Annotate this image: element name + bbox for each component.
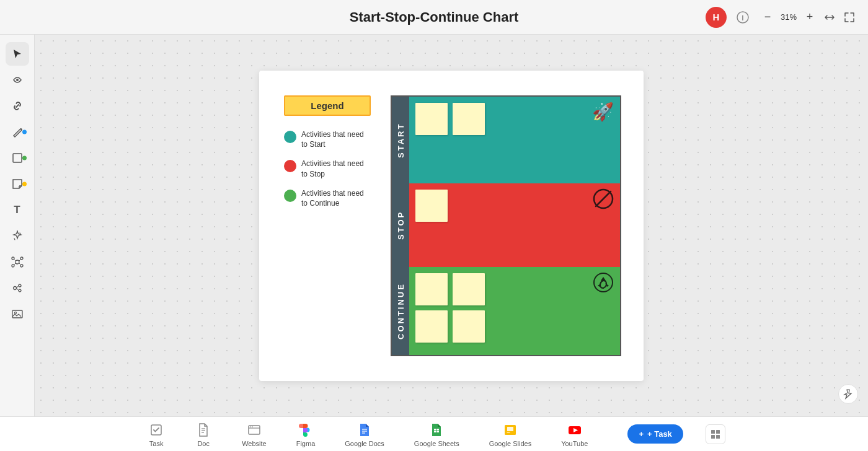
taskbar-item-youtube[interactable]: YouTube bbox=[556, 419, 593, 450]
grid-view-button[interactable] bbox=[706, 424, 725, 444]
image-tool[interactable] bbox=[6, 302, 29, 326]
shape-icon bbox=[11, 152, 24, 164]
svg-rect-36 bbox=[437, 429, 440, 431]
svg-rect-45 bbox=[716, 430, 720, 434]
sticky-note[interactable] bbox=[453, 103, 485, 135]
sticky-note[interactable] bbox=[415, 190, 448, 222]
magic-tool[interactable] bbox=[6, 224, 29, 248]
svg-rect-47 bbox=[716, 435, 720, 439]
rocket-icon: 🚀 bbox=[592, 102, 614, 122]
figma-icon bbox=[297, 421, 314, 439]
sticky-note[interactable] bbox=[453, 273, 485, 305]
svg-line-12 bbox=[19, 263, 20, 265]
svg-rect-37 bbox=[434, 431, 436, 432]
pin-cursor-button[interactable] bbox=[838, 384, 858, 404]
legend-title: Legend bbox=[284, 95, 371, 116]
doc-icon bbox=[195, 421, 212, 439]
taskbar-item-figma[interactable]: Figma bbox=[291, 419, 321, 450]
svg-point-14 bbox=[19, 284, 21, 287]
fullscreen-icon bbox=[844, 12, 855, 23]
page-title: Start-Stop-Continue Chart bbox=[350, 9, 519, 25]
legend-text-start: Activities that need to Start bbox=[301, 129, 371, 151]
svg-line-21 bbox=[596, 191, 611, 206]
sticky-note[interactable] bbox=[415, 273, 448, 305]
sticky-note[interactable] bbox=[415, 103, 448, 135]
task-svg-icon bbox=[149, 423, 164, 437]
svg-rect-46 bbox=[711, 435, 715, 439]
taskbar-item-google-docs[interactable]: Google Docs bbox=[340, 419, 389, 450]
stop-icon bbox=[593, 188, 614, 214]
figma-svg-icon bbox=[298, 423, 313, 437]
pen-dot bbox=[22, 130, 27, 134]
effects-tool[interactable] bbox=[6, 276, 29, 300]
ai-icon bbox=[11, 74, 24, 86]
link-tool[interactable] bbox=[6, 94, 29, 118]
sticky-tool[interactable] bbox=[6, 172, 29, 196]
continue-row: CONTINUE bbox=[392, 267, 620, 355]
svg-rect-40 bbox=[507, 427, 513, 431]
pen-tool[interactable] bbox=[6, 120, 29, 144]
zoom-in-button[interactable]: + bbox=[801, 9, 818, 26]
text-icon: T bbox=[14, 204, 20, 216]
recycle-icon bbox=[593, 272, 614, 297]
continue-label: CONTINUE bbox=[392, 267, 409, 355]
pin-cursor-icon bbox=[843, 388, 854, 400]
svg-point-8 bbox=[20, 265, 23, 267]
youtube-svg-icon bbox=[567, 423, 582, 437]
legend-dot-stop bbox=[284, 160, 296, 172]
taskbar-item-task[interactable]: Task bbox=[143, 419, 170, 450]
doc-svg-icon bbox=[196, 423, 211, 437]
svg-line-17 bbox=[16, 288, 19, 291]
svg-point-19 bbox=[14, 312, 16, 314]
fit-width-icon bbox=[824, 12, 835, 23]
google-docs-icon bbox=[356, 421, 373, 439]
add-task-button[interactable]: + + Task bbox=[627, 424, 683, 444]
google-docs-label: Google Docs bbox=[345, 440, 384, 447]
svg-point-13 bbox=[13, 287, 16, 290]
header-controls: H i − 31% + bbox=[706, 7, 858, 28]
bottom-bar: Task Doc Website bbox=[0, 416, 868, 451]
fit-width-button[interactable] bbox=[821, 9, 838, 26]
figma-label: Figma bbox=[296, 440, 316, 447]
taskbar-item-website[interactable]: Website bbox=[237, 419, 272, 450]
main-canvas[interactable]: Legend Activities that need to Start Act… bbox=[35, 35, 868, 416]
fullscreen-button[interactable] bbox=[841, 9, 858, 26]
left-toolbar: T bbox=[0, 35, 35, 416]
google-slides-icon bbox=[502, 421, 519, 439]
stop-label: STOP bbox=[392, 183, 409, 267]
sticky-icon bbox=[11, 178, 24, 190]
text-tool[interactable]: T bbox=[6, 198, 29, 222]
website-icon bbox=[246, 421, 263, 439]
sticky-note[interactable] bbox=[415, 310, 448, 343]
legend-text-continue: Activities that need to Continue bbox=[301, 188, 371, 209]
task-icon bbox=[148, 421, 165, 439]
taskbar-item-doc[interactable]: Doc bbox=[190, 419, 217, 450]
youtube-icon bbox=[566, 421, 583, 439]
continue-content bbox=[409, 267, 620, 355]
network-tool[interactable] bbox=[6, 250, 29, 274]
network-icon bbox=[11, 256, 24, 268]
start-row: START 🚀 bbox=[392, 97, 620, 183]
taskbar-item-google-sheets[interactable]: Google Sheets bbox=[409, 419, 464, 450]
chart-container: Legend Activities that need to Start Act… bbox=[259, 71, 644, 381]
start-content: 🚀 bbox=[409, 97, 620, 183]
svg-point-2 bbox=[16, 79, 19, 81]
image-icon bbox=[11, 308, 24, 320]
user-avatar[interactable]: H bbox=[706, 7, 727, 28]
add-icon: + bbox=[639, 429, 644, 439]
svg-rect-44 bbox=[711, 430, 715, 434]
select-tool[interactable] bbox=[6, 42, 29, 66]
youtube-label: YouTube bbox=[561, 440, 588, 447]
google-slides-label: Google Slides bbox=[489, 440, 532, 447]
sticky-note[interactable] bbox=[453, 310, 485, 343]
zoom-out-button[interactable]: − bbox=[759, 9, 776, 26]
shape-tool[interactable] bbox=[6, 146, 29, 170]
link-icon bbox=[11, 100, 24, 112]
svg-line-16 bbox=[16, 286, 19, 288]
info-button[interactable]: i bbox=[733, 7, 753, 27]
magic-icon bbox=[11, 230, 24, 242]
shape-dot bbox=[22, 156, 27, 160]
svg-point-6 bbox=[20, 257, 23, 260]
ai-tool[interactable] bbox=[6, 68, 29, 92]
taskbar-item-google-slides[interactable]: Google Slides bbox=[484, 419, 537, 450]
